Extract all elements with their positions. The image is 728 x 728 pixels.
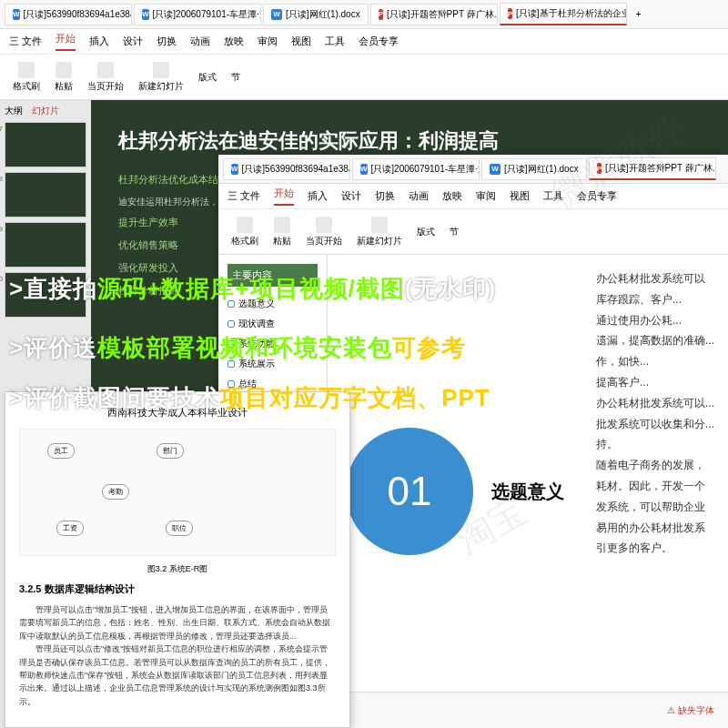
menu-member[interactable]: 会员专享 (577, 189, 617, 203)
paste-button[interactable]: 粘贴 (269, 215, 295, 249)
figure-caption: 图3.2 系统E-R图 (19, 563, 336, 575)
paste-button[interactable]: 粘贴 (51, 60, 76, 95)
menu-review[interactable]: 审阅 (258, 35, 278, 48)
layout-button[interactable]: 版式 (413, 224, 439, 240)
menu-bar-back: 三 文件 开始 插入 设计 切换 动画 放映 审阅 视图 工具 会员专享 (0, 29, 728, 55)
word-icon: W (142, 9, 149, 20)
diagram-node: 职位 (166, 521, 193, 536)
format-painter-button[interactable]: 格式刷 (9, 60, 44, 95)
word-icon: W (271, 9, 282, 20)
layout-button[interactable]: 版式 (195, 69, 220, 86)
ppt-icon: P (508, 8, 512, 19)
doc-tab[interactable]: W[只读]网红(1).docx (263, 4, 369, 25)
menu-member[interactable]: 会员专享 (359, 35, 399, 48)
menu-file[interactable]: 三 文件 (9, 35, 42, 48)
doc-paragraph: 管理员还可以点击"修改"按钮对新员工信息的职位进行相应的调整，系统会提示管理员是… (19, 642, 336, 708)
doc-tab[interactable]: P[只读]开题答辩PPT 薛广林.pptx (370, 4, 498, 25)
tab-bar-front: W[只读]563990f83694a1e38a4ff65c... W[只读]20… (218, 155, 728, 184)
diagram-node: 考勤 (102, 484, 129, 500)
bullet-icon (228, 320, 235, 328)
menu-show[interactable]: 放映 (224, 35, 244, 48)
missing-font-button[interactable]: ⚠ 缺失字体 (667, 704, 714, 717)
menu-bar-front: 三 文件 开始 插入 设计 切换 动画 放映 审阅 视图 工具 会员专享 (218, 184, 728, 209)
fromhere-button[interactable]: 当页开始 (84, 60, 127, 95)
menu-start[interactable]: 开始 (274, 187, 294, 206)
toolbar-front: 格式刷 粘贴 当页开始 新建幻灯片 版式 节 (218, 209, 728, 255)
slide-thumb[interactable]: 18 (5, 172, 86, 217)
doc-tab[interactable]: W[只读]2006079101-车星潭·泸州福 (352, 158, 480, 180)
promo-overlay-3: >评价截图问要技术项目对应万字文档、PPT (9, 382, 490, 414)
menu-design[interactable]: 设计 (123, 35, 143, 48)
newslide-button[interactable]: 新建幻灯片 (353, 215, 406, 249)
menu-show[interactable]: 放映 (442, 189, 462, 203)
slide-title: 杜邦分析法在迪安佳的实际应用：利润提高 (118, 127, 701, 155)
er-diagram: 员工 部门 考勤 工资 职位 (19, 429, 336, 556)
menu-insert[interactable]: 插入 (308, 189, 328, 203)
menu-animation[interactable]: 动画 (190, 35, 210, 48)
doc-tab[interactable]: W[只读]563990f83694a1e38a4ff65c... (5, 4, 132, 25)
slides-tab[interactable]: 幻灯片 (32, 105, 59, 117)
doc-tab[interactable]: W[只读]563990f83694a1e38a4ff65c... (223, 158, 350, 180)
word-icon: W (13, 9, 20, 20)
word-icon: W (231, 164, 238, 175)
document-body-text: 办公耗材批发系统可以库存跟踪、客户...通过使用办公耗... 遗漏，提高数据的准… (592, 264, 728, 563)
menu-animation[interactable]: 动画 (409, 189, 429, 203)
doc-tab[interactable]: W[只读]网红(1).docx (481, 158, 587, 180)
slide-thumb[interactable]: 17 (5, 122, 86, 167)
promo-overlay-1: >直接拍源码+数据库+项目视频/截图(无水印) (9, 273, 496, 305)
format-painter-button[interactable]: 格式刷 (228, 215, 262, 249)
number-circle: 01 (346, 428, 473, 555)
diagram-node: 工资 (56, 521, 84, 536)
doc-tab-active[interactable]: P[只读]开题答辩PPT 薛广林... (589, 157, 716, 180)
tab-bar-back: W[只读]563990f83694a1e38a4ff65c... W[只读]20… (0, 0, 728, 29)
word-icon: W (360, 164, 368, 175)
document-window: 西南科技大学成人本科毕业设计 员工 部门 考勤 工资 职位 图3.2 系统E-R… (5, 391, 350, 728)
menu-file[interactable]: 三 文件 (228, 189, 260, 203)
ppt-icon: P (597, 163, 602, 174)
section-title: 选题意义 (491, 480, 564, 504)
section-heading: 3.2.5 数据库逻辑结构设计 (19, 582, 336, 596)
outline-tab[interactable]: 大纲 (5, 105, 23, 117)
menu-review[interactable]: 审阅 (476, 189, 496, 203)
ppt-icon: P (379, 9, 383, 20)
menu-transition[interactable]: 切换 (375, 189, 395, 203)
menu-tools[interactable]: 工具 (543, 189, 563, 203)
sidebar-item[interactable]: 现状调查 (228, 314, 318, 334)
menu-tools[interactable]: 工具 (325, 35, 345, 48)
new-tab-button[interactable]: + (629, 9, 649, 19)
menu-view[interactable]: 视图 (291, 35, 311, 48)
menu-design[interactable]: 设计 (341, 189, 361, 203)
menu-insert[interactable]: 插入 (89, 35, 109, 48)
doc-paragraph: 管理员可以点击"增加员工"按钮，进入增加员工信息的界面，在该界面中，管理员需要填… (19, 603, 336, 642)
slide-thumb[interactable]: 19 (5, 222, 86, 268)
menu-start[interactable]: 开始 (56, 32, 76, 51)
section-button[interactable]: 节 (446, 224, 462, 240)
diagram-node: 员工 (47, 443, 75, 459)
fromhere-button[interactable]: 当页开始 (302, 215, 346, 249)
doc-tab-active[interactable]: P[只读]基于杜邦分析法的企业... (500, 3, 627, 25)
doc-tab[interactable]: W[只读]2006079101-车星潭·泸州福... (134, 4, 261, 25)
promo-overlay-2: >评价送模板部署视频和环境安装包可参考 (9, 332, 466, 364)
word-icon: W (490, 164, 500, 175)
section-button[interactable]: 节 (228, 69, 244, 86)
diagram-node: 部门 (157, 443, 184, 459)
toolbar-back: 格式刷 粘贴 当页开始 新建幻灯片 版式 节 (0, 55, 728, 100)
newslide-button[interactable]: 新建幻灯片 (135, 60, 187, 95)
menu-view[interactable]: 视图 (510, 189, 530, 203)
menu-transition[interactable]: 切换 (157, 35, 177, 48)
